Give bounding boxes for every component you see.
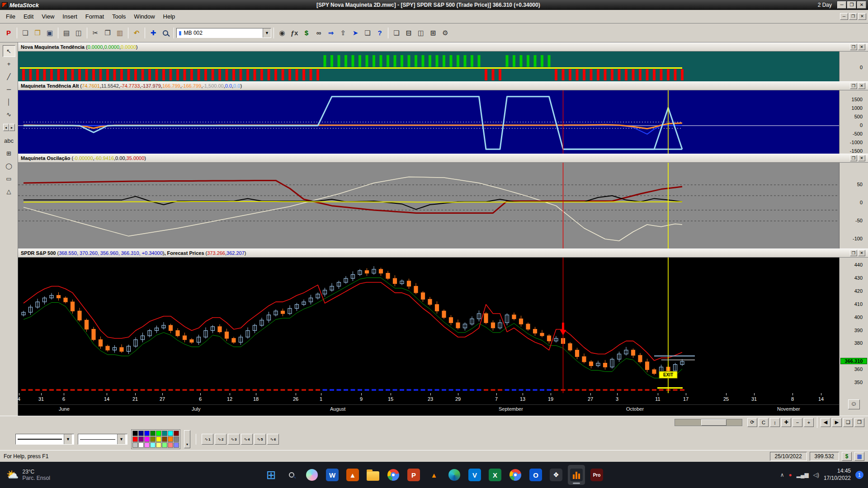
alert-icon[interactable]: ● xyxy=(788,472,792,478)
taskbar-clock[interactable]: 14:45 17/10/2022 xyxy=(824,468,851,482)
crosshair-icon[interactable]: ✚ xyxy=(147,27,159,39)
chevron-down-icon[interactable]: ▼ xyxy=(117,434,125,444)
pan-mode-button[interactable]: ✚ xyxy=(781,418,791,427)
vscode-icon[interactable]: V xyxy=(466,465,483,485)
panel-restore-button[interactable]: ❐ xyxy=(850,250,857,256)
grid-tool[interactable]: ⊞ xyxy=(3,147,15,159)
explore-icon[interactable]: ➤ xyxy=(349,27,361,39)
chart-template-5-button[interactable]: ∿5 xyxy=(254,434,266,445)
palette-color-swatch[interactable] xyxy=(156,431,161,436)
tile-grid-icon[interactable]: ⊞ xyxy=(427,27,439,39)
palette-color-swatch[interactable] xyxy=(174,431,179,436)
palette-color-swatch[interactable] xyxy=(168,442,173,448)
zoom-out-button[interactable]: − xyxy=(793,418,802,427)
metastock-icon[interactable] xyxy=(568,465,585,485)
cascade-windows-icon[interactable]: ❏ xyxy=(391,27,402,39)
zigzag-tool[interactable]: ∿ xyxy=(3,108,15,120)
print-icon[interactable]: ▤ xyxy=(61,27,72,39)
palette-color-swatch[interactable] xyxy=(156,436,161,442)
powerpoint-icon[interactable]: P xyxy=(405,465,422,485)
chrome-icon[interactable] xyxy=(385,465,402,485)
scrollbar-thumb[interactable] xyxy=(701,419,726,426)
vertical-line-tool[interactable]: │ xyxy=(3,96,15,108)
function-icon[interactable]: ƒx xyxy=(288,27,300,39)
print-preview-icon[interactable]: ◫ xyxy=(73,27,85,39)
child-close-button[interactable]: ✕ xyxy=(858,13,866,20)
text-tool[interactable]: abc xyxy=(3,135,15,146)
palette-color-swatch[interactable] xyxy=(162,436,167,442)
plus-tool[interactable]: + xyxy=(3,58,15,70)
panel-title-bar[interactable]: Nova Maquineta Tendência (0.0000, 0.0000… xyxy=(18,42,868,52)
smiley-button[interactable]: ☺ xyxy=(848,399,860,409)
chart-template-2-button[interactable]: ∿2 xyxy=(215,434,226,445)
panel-restore-button[interactable]: ❐ xyxy=(850,155,857,161)
wifi-icon[interactable]: ▂▄▆ xyxy=(797,472,809,478)
web-icon[interactable]: ◉ xyxy=(276,27,288,39)
palette-color-swatch[interactable] xyxy=(132,436,138,442)
menu-tools[interactable]: Tools xyxy=(108,11,130,22)
refresh-button[interactable]: ⟳ xyxy=(747,418,757,427)
palette-color-swatch[interactable] xyxy=(144,431,150,436)
store-icon[interactable]: ❖ xyxy=(547,465,565,485)
palette-color-swatch[interactable] xyxy=(150,431,156,436)
vertical-scale-button[interactable]: ↕ xyxy=(770,418,780,427)
palette-color-swatch[interactable] xyxy=(156,442,161,448)
page-prev-button[interactable]: ❏ xyxy=(843,418,853,427)
menu-window[interactable]: Window xyxy=(130,11,159,22)
palette-color-swatch[interactable] xyxy=(162,431,167,436)
vlc-icon[interactable]: ▲ xyxy=(425,465,443,485)
edge-icon[interactable] xyxy=(446,465,463,485)
panel-restore-button[interactable]: ❐ xyxy=(850,44,857,50)
palette-color-swatch[interactable] xyxy=(174,436,179,442)
palette-color-swatch[interactable] xyxy=(138,442,144,448)
palette-color-swatch[interactable] xyxy=(162,442,167,448)
help-pointer-icon[interactable]: ? xyxy=(374,27,386,39)
find-doc-icon[interactable]: ❏ xyxy=(362,27,373,39)
menu-view[interactable]: View xyxy=(38,11,58,22)
panel-chart[interactable] xyxy=(18,163,839,249)
paste-icon[interactable]: ▥ xyxy=(114,27,126,39)
child-minimize-button[interactable]: ─ xyxy=(840,13,848,20)
line-style-select[interactable]: ▼ xyxy=(15,434,74,445)
page-next-button[interactable]: ❐ xyxy=(854,418,864,427)
panel-restore-button[interactable]: ❐ xyxy=(850,83,857,89)
line-weight-select[interactable]: ▼ xyxy=(78,434,127,445)
scroll-right-button[interactable]: ▶ xyxy=(832,418,842,427)
cut-icon[interactable]: ✂ xyxy=(90,27,101,39)
palette-color-swatch[interactable] xyxy=(168,436,173,442)
palette-color-swatch[interactable] xyxy=(150,442,156,448)
close-button[interactable]: ✕ xyxy=(857,1,866,9)
crosshair-mode-button[interactable]: C xyxy=(759,418,769,427)
symbol-select[interactable]: ▮MB 002▼ xyxy=(176,28,271,38)
panel-chart[interactable] xyxy=(18,52,839,81)
panel-close-button[interactable]: ✕ xyxy=(858,250,865,256)
file-explorer-icon[interactable] xyxy=(364,465,382,485)
palette-color-swatch[interactable] xyxy=(144,442,150,448)
chart-template-6-button[interactable]: ∿6 xyxy=(267,434,279,445)
layout-options-icon[interactable]: ⚙ xyxy=(439,27,451,39)
notification-badge[interactable]: 1 xyxy=(855,471,863,479)
chart-template-4-button[interactable]: ∿4 xyxy=(241,434,253,445)
start-button[interactable]: ⊞ xyxy=(263,465,280,485)
zoom-icon[interactable] xyxy=(160,27,171,39)
stock-widget-icon[interactable]: ▲ xyxy=(344,465,361,485)
hidden-icons-chevron[interactable]: ∧ xyxy=(780,472,784,478)
pointer-tool[interactable]: ↖ xyxy=(3,45,15,57)
chart-status-icon[interactable]: ▦ xyxy=(854,452,864,461)
excel-icon[interactable]: X xyxy=(486,465,504,485)
panel-title-bar[interactable]: Maquineta Tendência Alt ( 74.7601, 11.55… xyxy=(18,81,868,90)
menu-help[interactable]: Help xyxy=(159,11,179,22)
palette-color-swatch[interactable] xyxy=(150,436,156,442)
word-icon[interactable]: W xyxy=(324,465,341,485)
palette-color-swatch[interactable] xyxy=(132,431,138,436)
rectangle-tool[interactable]: ▭ xyxy=(3,173,15,184)
palette-more-button[interactable]: ▾ xyxy=(184,430,190,448)
volume-icon[interactable]: ◁) xyxy=(813,472,819,478)
palette-color-swatch[interactable] xyxy=(138,436,144,442)
save-icon[interactable]: ▣ xyxy=(44,27,56,39)
pro-icon[interactable]: Pro xyxy=(588,465,605,485)
chevron-down-icon[interactable]: ▼ xyxy=(64,434,72,444)
dollar-status-icon[interactable]: $ xyxy=(842,452,852,461)
restore-button[interactable]: ❐ xyxy=(847,1,856,9)
panel-chart[interactable]: EXIT xyxy=(18,258,839,393)
